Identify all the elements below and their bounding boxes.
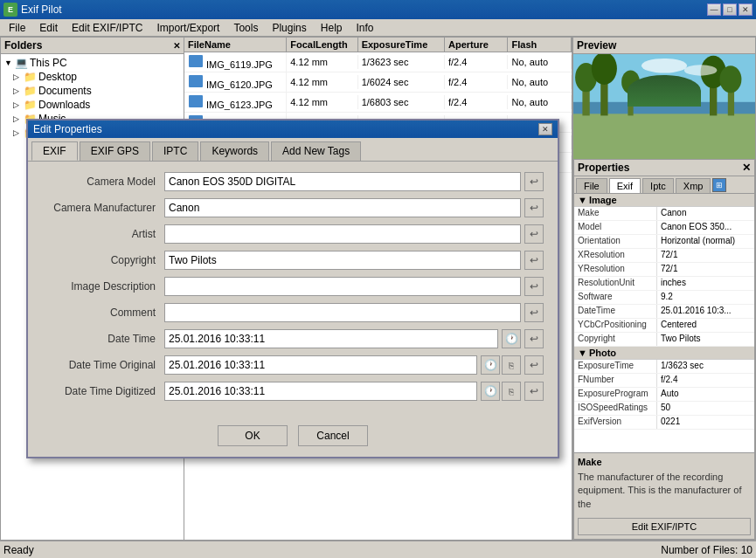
close-button[interactable]: ✕	[739, 3, 753, 16]
input-date-time-original[interactable]	[164, 355, 477, 375]
form-row-date-time-original: Date Time Original 🕐 ⎘ ↩	[42, 355, 544, 375]
menu-file[interactable]: File	[2, 20, 32, 36]
clock-date-time-original-button[interactable]: 🕐	[481, 355, 500, 375]
dialog-tab-iptc[interactable]: IPTC	[152, 141, 198, 161]
dialog-close-button[interactable]: ✕	[538, 123, 552, 135]
dialog-content: Camera Model ↩ Camera Manufacturer ↩ Art…	[28, 162, 558, 418]
app-icon: E	[3, 3, 17, 17]
cancel-button[interactable]: Cancel	[298, 425, 368, 446]
maximize-button[interactable]: □	[723, 3, 737, 16]
form-row-image-description: Image Description ↩	[42, 277, 544, 296]
input-image-description[interactable]	[164, 277, 521, 296]
dialog-tabs: EXIF EXIF GPS IPTC Keywords Add New Tags	[28, 138, 558, 162]
clock-date-time-button[interactable]: 🕐	[502, 329, 521, 348]
form-row-artist: Artist ↩	[42, 224, 544, 244]
status-file-count: Number of Files: 10	[661, 544, 753, 556]
title-bar-buttons: — □ ✕	[707, 3, 753, 16]
reset-camera-manufacturer-button[interactable]: ↩	[524, 198, 544, 217]
input-camera-manufacturer[interactable]	[164, 198, 521, 217]
label-date-time-digitized: Date Time Digitized	[42, 385, 164, 397]
menu-import-export[interactable]: Import/Export	[149, 20, 226, 36]
label-date-time-original: Date Time Original	[42, 359, 164, 371]
copy-date-time-original-button[interactable]: ⎘	[502, 355, 521, 375]
menu-tools[interactable]: Tools	[226, 20, 265, 36]
reset-camera-model-button[interactable]: ↩	[524, 172, 544, 191]
reset-date-time-button[interactable]: ↩	[524, 329, 544, 348]
input-date-time[interactable]	[164, 329, 498, 348]
dialog-title: Edit Properties	[33, 123, 102, 135]
menu-plugins[interactable]: Plugins	[265, 20, 313, 36]
menu-edit-exif[interactable]: Edit EXIF/IPTC	[65, 20, 149, 36]
menu-edit[interactable]: Edit	[32, 20, 65, 36]
status-bar: Ready Number of Files: 10	[0, 541, 756, 558]
input-copyright[interactable]	[164, 251, 521, 270]
reset-date-time-original-button[interactable]: ↩	[524, 355, 544, 375]
status-ready: Ready	[3, 544, 661, 556]
form-row-camera-model: Camera Model ↩	[42, 172, 544, 191]
form-row-date-time: Date Time 🕐 ↩	[42, 329, 544, 348]
minimize-button[interactable]: —	[707, 3, 721, 16]
label-camera-manufacturer: Camera Manufacturer	[42, 202, 164, 214]
dialog-tab-add-new-tags[interactable]: Add New Tags	[271, 141, 361, 161]
dialog-tab-exif-gps[interactable]: EXIF GPS	[80, 141, 150, 161]
label-image-description: Image Description	[42, 280, 164, 293]
menu-help[interactable]: Help	[314, 20, 350, 36]
label-date-time: Date Time	[42, 333, 164, 345]
form-row-date-time-digitized: Date Time Digitized 🕐 ⎘ ↩	[42, 382, 544, 401]
label-comment: Comment	[42, 307, 164, 319]
form-row-comment: Comment ↩	[42, 303, 544, 322]
label-camera-model: Camera Model	[42, 176, 164, 188]
title-bar: E Exif Pilot — □ ✕	[0, 0, 756, 19]
dialog-title-bar: Edit Properties ✕	[28, 121, 558, 138]
app-title: Exif Pilot	[21, 3, 62, 16]
form-row-camera-manufacturer: Camera Manufacturer ↩	[42, 198, 544, 217]
menu-info[interactable]: Info	[349, 20, 380, 36]
input-comment[interactable]	[164, 303, 521, 322]
main-area: Folders ✕ ▼ 💻 This PC ▷ 📁 Desktop ▷ 📁 Do…	[0, 37, 756, 541]
edit-properties-dialog: Edit Properties ✕ EXIF EXIF GPS IPTC Key…	[26, 119, 559, 458]
ok-button[interactable]: OK	[218, 425, 288, 446]
input-camera-model[interactable]	[164, 172, 521, 191]
title-bar-left: E Exif Pilot	[3, 3, 62, 17]
reset-copyright-button[interactable]: ↩	[524, 251, 544, 270]
input-artist[interactable]	[164, 224, 521, 244]
dialog-tab-keywords[interactable]: Keywords	[200, 141, 269, 161]
copy-date-time-digitized-button[interactable]: ⎘	[502, 382, 521, 401]
dialog-footer: OK Cancel	[28, 418, 558, 457]
reset-image-description-button[interactable]: ↩	[524, 277, 544, 296]
reset-comment-button[interactable]: ↩	[524, 303, 544, 322]
input-date-time-digitized[interactable]	[164, 382, 477, 401]
label-copyright: Copyright	[42, 254, 164, 266]
dialog-overlay: Edit Properties ✕ EXIF EXIF GPS IPTC Key…	[0, 37, 756, 541]
clock-date-time-digitized-button[interactable]: 🕐	[481, 382, 500, 401]
reset-artist-button[interactable]: ↩	[524, 224, 544, 244]
reset-date-time-digitized-button[interactable]: ↩	[524, 382, 544, 401]
form-row-copyright: Copyright ↩	[42, 251, 544, 270]
menu-bar: File Edit Edit EXIF/IPTC Import/Export T…	[0, 19, 756, 37]
dialog-tab-exif[interactable]: EXIF	[31, 141, 78, 161]
label-artist: Artist	[42, 228, 164, 240]
